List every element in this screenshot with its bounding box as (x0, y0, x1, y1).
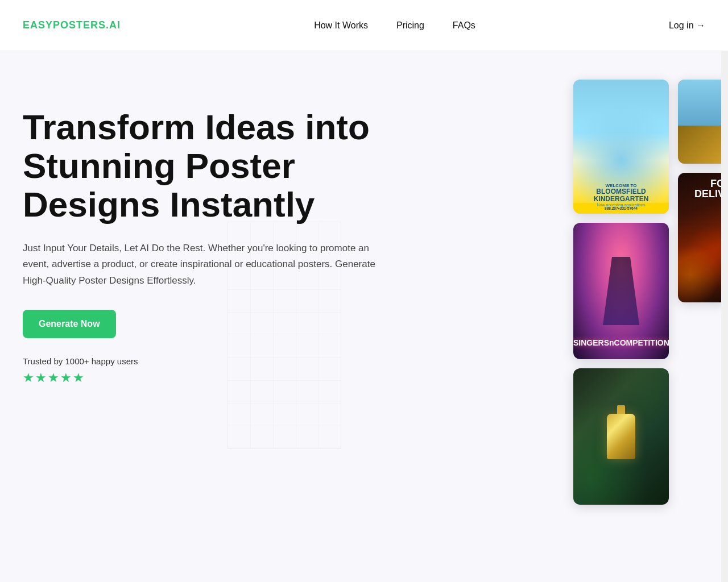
kindergarten-text: WELCOME TO BLOOMSFIELDKINDERGARTEN Now a… (594, 183, 649, 207)
poster-room (678, 80, 728, 164)
pk-name: BLOOMSFIELDKINDERGARTEN (594, 188, 649, 203)
poster-col-2: FODELIV (678, 80, 728, 302)
perfume-bottle (607, 414, 635, 459)
poster-gallery: WELCOME TO BLOOMSFIELDKINDERGARTEN Now a… (573, 80, 728, 505)
poster-food: FODELIV (678, 173, 728, 302)
trusted-text: Trusted by 1000+ happy users (23, 356, 398, 366)
hero-section: Transform Ideas into Stunning Poster Des… (0, 51, 728, 582)
star-rating: ★★★★★ (23, 371, 398, 385)
navbar: EASYPOSTERS.AI How It Works Pricing FAQs… (0, 0, 728, 51)
hero-title: Transform Ideas into Stunning Poster Des… (23, 108, 398, 225)
poster-singers (573, 223, 669, 359)
room-floor (678, 126, 728, 164)
hero-content: Transform Ideas into Stunning Poster Des… (23, 97, 398, 385)
generate-now-button[interactable]: Generate Now (23, 310, 116, 338)
nav-login[interactable]: Log in → (669, 20, 705, 31)
poster-col-1: WELCOME TO BLOOMSFIELDKINDERGARTEN Now a… (573, 80, 669, 505)
logo[interactable]: EASYPOSTERS.AI (23, 19, 121, 31)
pk-grade: Now accepting applications (594, 203, 649, 207)
scrollbar[interactable] (721, 0, 728, 582)
nav-faqs[interactable]: FAQs (453, 20, 475, 31)
nav-links: How It Works Pricing FAQs (314, 20, 475, 31)
poster-perfume (573, 368, 669, 505)
nav-how-it-works[interactable]: How It Works (314, 20, 368, 31)
hero-subtitle: Just Input Your Details, Let AI Do the R… (23, 240, 375, 290)
nav-pricing[interactable]: Pricing (396, 20, 424, 31)
food-items (678, 211, 728, 302)
poster-kindergarten: WELCOME TO BLOOMSFIELDKINDERGARTEN Now a… (573, 80, 669, 214)
singers-figure (598, 257, 644, 325)
pk-phone: 888.207♦331-57644 (576, 206, 667, 210)
